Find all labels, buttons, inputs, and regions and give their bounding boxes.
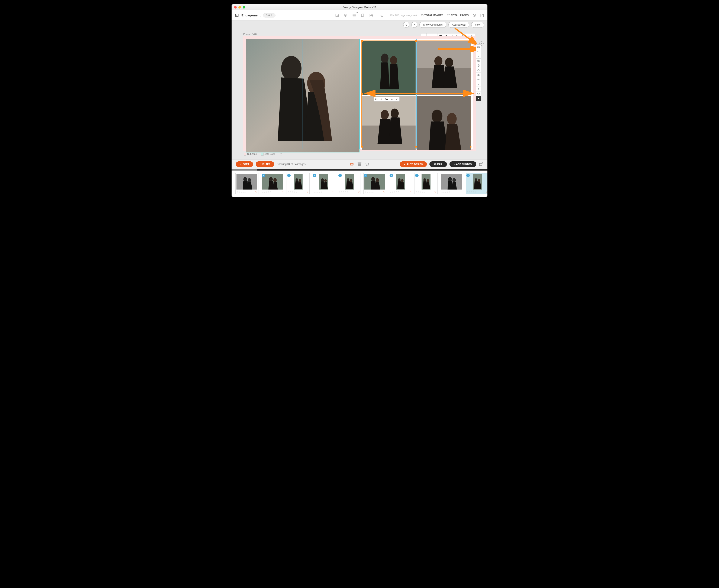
- side-dropper-button[interactable]: [476, 82, 481, 87]
- photo-cell-3[interactable]: [362, 96, 416, 150]
- thumbnail-card[interactable]: 1☆☆☆☆☆♡: [287, 173, 310, 194]
- favorite-heart-icon[interactable]: ♡: [358, 190, 360, 193]
- sort-button[interactable]: SORT: [236, 161, 253, 167]
- favorite-heart-icon[interactable]: ♡: [409, 190, 411, 193]
- rating-stars[interactable]: ☆☆☆☆☆: [390, 191, 400, 193]
- favorite-heart-icon[interactable]: ♡: [460, 190, 462, 193]
- close-window-button[interactable]: [234, 6, 237, 8]
- thumbnail-card[interactable]: 2☆☆☆☆☆♡: [440, 173, 463, 194]
- rating-stars[interactable]: ☆☆☆☆☆: [236, 191, 246, 193]
- view-button[interactable]: View: [471, 22, 484, 28]
- external-link-icon[interactable]: [480, 14, 484, 17]
- wall-art-icon[interactable]: [352, 14, 356, 17]
- svg-point-54: [359, 165, 360, 166]
- favorite-heart-icon[interactable]: ♡: [383, 190, 385, 193]
- filter-button[interactable]: FILTER: [256, 161, 274, 167]
- right-page[interactable]: 1:1 BW: [360, 39, 473, 149]
- rating-stars[interactable]: ☆☆☆☆☆: [467, 191, 477, 193]
- rating-stars[interactable]: ☆☆☆☆☆: [262, 191, 272, 193]
- expand-tray-icon[interactable]: [479, 162, 483, 166]
- album-mode-icon[interactable]: [335, 14, 339, 17]
- side-sliders-button[interactable]: [476, 87, 481, 91]
- img-tool-dropper[interactable]: [394, 97, 399, 101]
- sync-icon[interactable]: [472, 14, 477, 17]
- photo-cell-1[interactable]: [362, 41, 416, 94]
- zoom-window-button[interactable]: [242, 6, 245, 8]
- comments-icon[interactable]: [344, 14, 347, 17]
- grid-icon[interactable]: [369, 14, 373, 17]
- spread[interactable]: 1:1 BW: [243, 36, 476, 151]
- side-bw-button[interactable]: BW: [476, 77, 481, 82]
- left-page[interactable]: [246, 39, 360, 149]
- thumbnail-card[interactable]: 2☆☆☆☆☆♡: [312, 173, 335, 194]
- thumbnail-card[interactable]: 2☆☆☆☆☆♡: [389, 173, 412, 194]
- thumbnail-card[interactable]: 1☆☆☆☆☆♡: [338, 173, 361, 194]
- favorite-heart-icon[interactable]: ♡: [281, 190, 283, 193]
- project-name[interactable]: Engagement: [241, 14, 260, 17]
- side-ratio-button[interactable]: 1:1: [476, 45, 481, 49]
- svg-point-47: [358, 164, 359, 164]
- thumbnail-image: [441, 174, 462, 190]
- prev-spread-button[interactable]: [403, 22, 409, 28]
- side-contrast-button[interactable]: [476, 73, 481, 77]
- export-icon[interactable]: [380, 14, 384, 17]
- minimize-window-button[interactable]: [238, 6, 241, 8]
- img-tool-bw[interactable]: BW: [384, 97, 389, 101]
- thumbnail-image: [364, 174, 385, 190]
- thumbnail-card[interactable]: 2☆☆☆☆☆♡: [363, 173, 386, 194]
- add-spread-button[interactable]: Add Spread: [448, 22, 469, 28]
- side-copy-button[interactable]: [476, 59, 481, 63]
- svg-point-74: [376, 178, 379, 182]
- rating-stars[interactable]: ☆☆☆☆☆: [313, 191, 323, 193]
- thumbnail-card[interactable]: 1☆☆☆☆☆♡: [261, 173, 284, 194]
- view-mode-3-icon[interactable]: [365, 162, 369, 166]
- thumbnail-meta: ☆☆☆☆☆♡: [262, 190, 283, 193]
- side-rotate-button[interactable]: [476, 63, 481, 68]
- rating-stars[interactable]: ☆☆☆☆☆: [364, 191, 374, 193]
- svg-point-71: [350, 179, 353, 182]
- favorite-heart-icon[interactable]: ♡: [306, 190, 309, 193]
- svg-point-76: [398, 178, 401, 182]
- view-mode-1-icon[interactable]: [350, 162, 354, 166]
- img-tool-ratio[interactable]: 1:1: [374, 97, 379, 101]
- add-photos-button[interactable]: + ADD PHOTOS: [449, 161, 477, 167]
- rating-stars[interactable]: ☆☆☆☆☆: [441, 191, 451, 193]
- side-help-button[interactable]: [476, 91, 481, 96]
- favorite-heart-icon[interactable]: ♡: [332, 190, 334, 193]
- svg-point-32: [431, 110, 442, 123]
- svg-point-18: [281, 56, 301, 81]
- img-tool-swap[interactable]: [389, 97, 394, 101]
- thumbnail-meta: ☆☆☆☆☆♡: [416, 190, 437, 193]
- auto-design-button[interactable]: AUTO DESIGN: [400, 161, 427, 167]
- favorite-heart-icon[interactable]: ♡: [255, 190, 257, 193]
- album-size-chip[interactable]: 8x8: [263, 13, 275, 18]
- favorite-heart-icon[interactable]: ♡: [434, 190, 437, 193]
- tray-scrollbar[interactable]: [232, 169, 487, 171]
- side-edit-button[interactable]: [476, 54, 481, 59]
- thumbnail-meta: ☆☆☆☆☆♡: [364, 190, 385, 193]
- svg-point-29: [381, 110, 389, 120]
- favorite-heart-icon[interactable]: ♡: [486, 190, 487, 193]
- help-icon[interactable]: [279, 153, 282, 155]
- svg-point-73: [371, 177, 375, 182]
- thumbnail-card[interactable]: ☆☆☆☆☆♡: [235, 173, 258, 194]
- rating-stars[interactable]: ☆☆☆☆☆: [339, 191, 348, 193]
- view-mode-2-icon[interactable]: [358, 162, 361, 166]
- cards-icon[interactable]: [361, 14, 365, 17]
- side-close-button[interactable]: [476, 96, 481, 101]
- next-spread-button[interactable]: [411, 22, 417, 28]
- show-comments-button[interactable]: Show Comments: [419, 22, 446, 28]
- photo-cell-4[interactable]: [417, 96, 471, 150]
- side-fit-button[interactable]: Fit: [476, 49, 481, 54]
- thumbnail-card[interactable]: 2☆☆☆☆☆♡: [415, 173, 438, 194]
- photo-cell-2[interactable]: [417, 41, 471, 94]
- album-icon[interactable]: [235, 14, 239, 17]
- thumbnail-card[interactable]: 2☆☆☆☆☆♡: [466, 173, 487, 194]
- clear-button[interactable]: CLEAR: [429, 161, 447, 167]
- svg-point-67: [321, 178, 324, 182]
- img-tool-edit[interactable]: [379, 97, 384, 101]
- image-side-panel: 1:1 Fit BW: [476, 44, 481, 101]
- rating-stars[interactable]: ☆☆☆☆☆: [416, 191, 425, 193]
- side-refresh-button[interactable]: [476, 68, 481, 73]
- rating-stars[interactable]: ☆☆☆☆☆: [288, 191, 297, 193]
